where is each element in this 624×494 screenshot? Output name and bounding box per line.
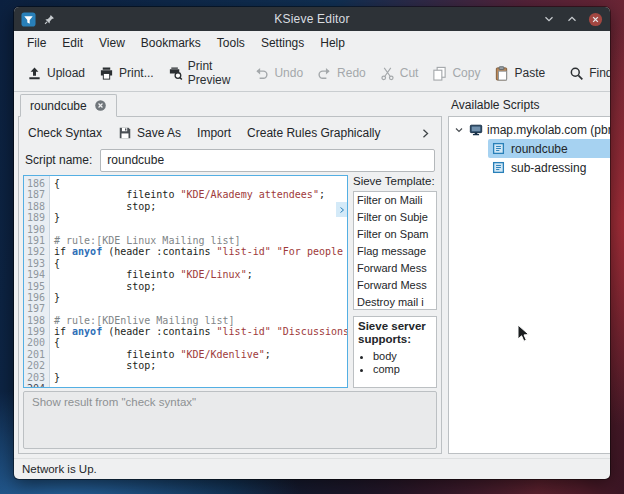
minimize-button[interactable]	[542, 12, 556, 26]
menu-settings[interactable]: Settings	[253, 33, 312, 53]
code-line: stop;	[54, 360, 347, 371]
redo-label: Redo	[337, 66, 366, 80]
close-button[interactable]	[588, 12, 603, 27]
code-line: fileinto "KDE/Kdenlive";	[54, 349, 347, 360]
template-item[interactable]: Filter on Spam	[354, 226, 436, 243]
template-item[interactable]: Forward Mess	[354, 277, 436, 294]
code-token: {	[54, 258, 60, 269]
code-area[interactable]: { fileinto "KDE/Akademy attendees"; stop…	[50, 176, 347, 387]
editor-pane: roundcube Check Syntax Save As Import Cr…	[18, 94, 442, 454]
code-token: anyof	[72, 326, 102, 337]
tab-bar: roundcube	[18, 94, 442, 116]
code-token: # rule:[KDEnlive Mailing list]	[54, 315, 235, 326]
code-line: stop;	[54, 201, 347, 212]
status-text: Network is Up.	[22, 463, 97, 475]
menu-bookmarks[interactable]: Bookmarks	[133, 33, 209, 53]
tab-label: roundcube	[30, 99, 87, 113]
line-number: 200	[24, 337, 45, 348]
line-number: 187	[24, 189, 45, 200]
save-as-label: Save As	[137, 126, 181, 140]
server-supports-label: Sieve server supports:	[358, 320, 432, 346]
cut-button[interactable]: Cut	[373, 62, 426, 85]
tree-item-roundcube[interactable]: roundcube	[488, 139, 610, 158]
code-line	[54, 303, 347, 314]
upload-button[interactable]: Upload	[20, 62, 92, 85]
find-button[interactable]: Find...	[562, 62, 610, 85]
server-supports-box: Sieve server supports: bodycomp	[353, 316, 437, 388]
line-number: 201	[24, 349, 45, 360]
copy-button[interactable]: Copy	[425, 62, 487, 85]
create-rules-button[interactable]: Create Rules Graphically	[247, 126, 380, 140]
script-item-label: roundcube	[511, 142, 568, 156]
window-controls	[483, 12, 603, 27]
script-name-input[interactable]	[100, 149, 435, 172]
code-token: # rule:[KDE Linux Mailing list]	[54, 235, 241, 246]
menu-help[interactable]: Help	[312, 33, 353, 53]
script-actions-toolbar: Check Syntax Save As Import Create Rules…	[23, 121, 437, 145]
code-line: # rule:[KDE Linux Mailing list]	[54, 235, 347, 246]
save-as-button[interactable]: Save As	[118, 126, 181, 140]
template-item[interactable]: Destroy mail i	[354, 294, 436, 310]
template-item[interactable]: Flag message	[354, 243, 436, 260]
server-icon	[469, 123, 483, 137]
redo-button[interactable]: Redo	[310, 62, 373, 85]
expander-chevron-icon[interactable]	[453, 124, 465, 136]
line-number-gutter: 1861871881891901911921931941951961971981…	[24, 176, 50, 387]
line-number: 202	[24, 360, 45, 371]
code-token: ;	[265, 349, 271, 360]
print-icon	[99, 66, 114, 81]
undo-label: Undo	[274, 66, 303, 80]
code-line	[54, 224, 347, 235]
cut-label: Cut	[400, 66, 419, 80]
scripts-tree[interactable]: imap.mykolab.com (pbro… roundcubesub-adr…	[448, 116, 610, 454]
paste-button[interactable]: Paste	[487, 62, 552, 85]
syntax-result-placeholder: Show result from "check syntax"	[32, 396, 196, 408]
code-token: "list-id"	[217, 326, 271, 337]
line-number: 193	[24, 258, 45, 269]
maximize-button[interactable]	[565, 12, 579, 26]
pin-icon[interactable]	[43, 13, 56, 26]
redo-icon	[317, 66, 332, 81]
code-token: (header :contains	[102, 326, 216, 337]
find-icon	[569, 66, 584, 81]
editor-middle-row: 1861871881891901911921931941951961971981…	[23, 175, 437, 388]
statusbar: Network is Up.	[14, 458, 610, 479]
template-item[interactable]: Filter on Subje	[354, 209, 436, 226]
sieve-template-label: Sieve Template:	[353, 175, 437, 191]
code-token: fileinto	[54, 269, 180, 280]
print-button[interactable]: Print...	[92, 62, 161, 85]
menu-file[interactable]: File	[19, 33, 54, 53]
check-syntax-button[interactable]: Check Syntax	[28, 126, 102, 140]
code-line: if anyof (header :contains "list-id" "Fo…	[54, 246, 347, 257]
tab-roundcube[interactable]: roundcube	[20, 94, 117, 117]
upload-icon	[27, 66, 42, 81]
code-line	[54, 383, 347, 387]
paste-icon	[494, 66, 509, 81]
code-token: "KDE/Kdenlive"	[180, 349, 264, 360]
scroll-right-indicator[interactable]	[336, 202, 347, 217]
menu-tools[interactable]: Tools	[209, 33, 253, 53]
code-token: if	[54, 246, 72, 257]
template-item[interactable]: Forward Mess	[354, 260, 436, 277]
titlebar[interactable]: KSieve Editor	[14, 7, 610, 31]
tab-close-icon[interactable]	[94, 99, 107, 112]
code-token: stop;	[54, 281, 156, 292]
code-editor[interactable]: 1861871881891901911921931941951961971981…	[23, 175, 348, 388]
tree-root-server[interactable]: imap.mykolab.com (pbro…	[452, 120, 610, 139]
upload-label: Upload	[47, 66, 85, 80]
code-line: }	[54, 292, 347, 303]
tree-children: roundcubesub-adressing	[452, 139, 610, 177]
toolbar-overflow-chevron-icon[interactable]	[419, 127, 432, 140]
script-icon	[492, 142, 505, 155]
menu-view[interactable]: View	[91, 33, 133, 53]
code-token: (header :contains	[102, 246, 216, 257]
menu-edit[interactable]: Edit	[54, 33, 91, 53]
tree-item-sub-adressing[interactable]: sub-adressing	[488, 158, 610, 177]
import-button[interactable]: Import	[197, 126, 231, 140]
script-name-row: Script name:	[23, 148, 437, 172]
print-preview-button[interactable]: Print Preview	[161, 55, 238, 91]
print-label: Print...	[119, 66, 154, 80]
sieve-template-list: Filter on MailiFilter on SubjeFilter on …	[353, 191, 437, 310]
undo-button[interactable]: Undo	[247, 62, 310, 85]
template-item[interactable]: Filter on Maili	[354, 192, 436, 209]
